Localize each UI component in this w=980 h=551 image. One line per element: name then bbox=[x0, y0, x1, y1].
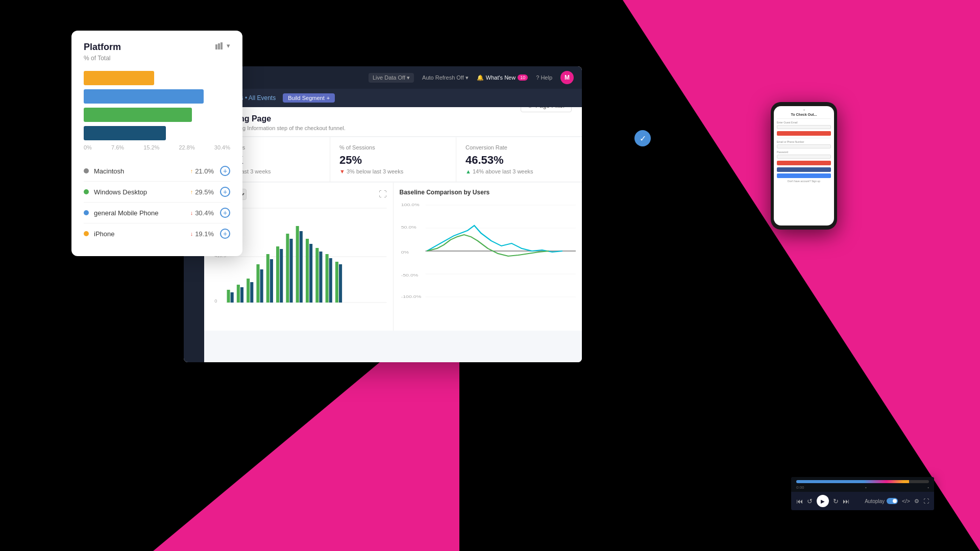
settings-icon[interactable]: ⚙ bbox=[914, 498, 919, 505]
platform-name-mobile: general Mobile Phone bbox=[94, 209, 190, 217]
code-icon[interactable]: </> bbox=[902, 498, 910, 504]
svg-rect-28 bbox=[319, 252, 322, 303]
dashboard-header: ray Default Live Data Off ▾ Auto Refresh… bbox=[184, 66, 582, 89]
rewind-icon[interactable]: ↺ bbox=[807, 497, 813, 505]
platform-item-mobile: general Mobile Phone ↓ 30.4% + bbox=[84, 203, 230, 223]
phone-google-btn[interactable] bbox=[777, 173, 831, 178]
video-player: 0:00 • • ⏮ ↺ ▶ ↻ ⏭ Autoplay </> ⚙ ⛶ bbox=[791, 477, 934, 510]
dashboard-body: ▼ 📋 ⚑ Shipping Page the Shipping Informa… bbox=[184, 107, 582, 362]
svg-rect-22 bbox=[289, 239, 292, 303]
help-btn[interactable]: ? Help bbox=[536, 74, 552, 81]
platform-item-iphone: iPhone ↓ 19.1% + bbox=[84, 223, 230, 244]
time-start: 0:00 bbox=[796, 485, 804, 490]
autoplay-toggle-btn[interactable] bbox=[887, 498, 898, 504]
bar-iphone bbox=[84, 126, 166, 140]
skip-forward-icon[interactable]: ⏭ bbox=[843, 497, 849, 505]
bg-triangle-pink bbox=[623, 0, 980, 551]
phone-password-field[interactable] bbox=[777, 155, 831, 159]
timeline-track[interactable] bbox=[796, 480, 929, 483]
svg-rect-20 bbox=[280, 249, 283, 303]
metric-conversion: Conversion Rate 46.53% ▲ 14% above last … bbox=[456, 137, 582, 182]
header-right: Live Data Off ▾ Auto Refresh Off ▾ 🔔 Wha… bbox=[369, 71, 574, 84]
platform-name-iphone: iPhone bbox=[94, 230, 190, 238]
conversion-value: 46.53% bbox=[465, 154, 573, 167]
svg-rect-19 bbox=[276, 246, 279, 303]
phone-phone-label: Email or Phone Number bbox=[777, 140, 831, 143]
user-avatar[interactable]: M bbox=[560, 71, 574, 84]
svg-text:50.0%: 50.0% bbox=[401, 224, 416, 229]
dashboard-toolbar: (UTC) ↕ All Users • All Events Build Seg… bbox=[184, 89, 582, 107]
svg-rect-15 bbox=[256, 264, 259, 303]
svg-rect-0 bbox=[215, 44, 217, 49]
skip-back-icon[interactable]: ⏮ bbox=[796, 497, 803, 505]
axis-label-3: 22.8% bbox=[179, 144, 194, 151]
svg-rect-10 bbox=[231, 292, 234, 303]
platform-pct-iphone: ↓ 19.1% bbox=[190, 230, 214, 238]
build-segment-btn[interactable]: Build Segment + bbox=[283, 93, 335, 103]
svg-text:100.0%: 100.0% bbox=[401, 202, 420, 207]
dot-mobile bbox=[84, 210, 89, 215]
forward-icon[interactable]: ↻ bbox=[833, 497, 839, 505]
svg-rect-29 bbox=[326, 254, 329, 303]
video-controls: ⏮ ↺ ▶ ↻ ⏭ Autoplay </> ⚙ ⛶ bbox=[791, 492, 934, 510]
sessions-value: 25% bbox=[339, 154, 447, 167]
conversion-change: ▲ 14% above last 3 weeks bbox=[465, 168, 573, 174]
axis-label-0: 0% bbox=[84, 144, 92, 151]
phone-continue-guest-btn[interactable] bbox=[777, 131, 831, 136]
platform-bar-chart: 0% 7.6% 15.2% 22.8% 30.4% bbox=[84, 71, 230, 151]
dot-macintosh bbox=[84, 168, 89, 173]
page-filter-btn[interactable]: ⚙ Page Filter bbox=[521, 107, 572, 112]
add-mobile-btn[interactable]: + bbox=[220, 208, 230, 218]
phone-phone-field[interactable] bbox=[777, 144, 831, 148]
platform-name-macintosh: Macintosh bbox=[94, 167, 190, 175]
add-iphone-btn[interactable]: + bbox=[220, 229, 230, 239]
phone-divider-1 bbox=[777, 118, 831, 119]
svg-rect-13 bbox=[247, 279, 250, 303]
arrow-up-macintosh: ↑ bbox=[190, 168, 193, 174]
phone-screen: To Check Out... Enter Guest Email Email … bbox=[774, 106, 834, 226]
phone-email-field[interactable] bbox=[777, 125, 831, 129]
check-badge: ✓ bbox=[634, 130, 651, 146]
svg-rect-2 bbox=[220, 42, 223, 49]
svg-rect-14 bbox=[250, 282, 253, 303]
axis-label-2: 15.2% bbox=[143, 144, 159, 151]
svg-text:-100.0%: -100.0% bbox=[401, 294, 421, 298]
svg-text:2am: 2am bbox=[452, 302, 461, 302]
play-button[interactable]: ▶ bbox=[817, 495, 829, 507]
phone-email-label: Enter Guest Email bbox=[777, 121, 831, 124]
chart-dropdown-arrow[interactable]: ▾ bbox=[227, 42, 230, 49]
svg-rect-1 bbox=[218, 43, 220, 49]
expand-icon[interactable]: ⛶ bbox=[379, 190, 387, 199]
phone-mockup: To Check Out... Enter Guest Email Email … bbox=[771, 102, 837, 230]
phone-signup-link[interactable]: Don't have account? Sign up bbox=[777, 180, 831, 183]
video-timeline: 0:00 • • bbox=[791, 477, 934, 492]
phone-password-label: Password bbox=[777, 151, 831, 154]
svg-rect-17 bbox=[266, 254, 270, 303]
filter-icon-btn: ⚙ bbox=[527, 107, 533, 109]
add-macintosh-btn[interactable]: + bbox=[220, 166, 230, 176]
fullscreen-icon[interactable]: ⛶ bbox=[923, 498, 929, 504]
svg-rect-11 bbox=[237, 285, 240, 303]
svg-rect-31 bbox=[335, 262, 338, 303]
phone-facebook-btn[interactable] bbox=[777, 167, 831, 172]
content-header: Shipping Page the Shipping Information s… bbox=[204, 107, 582, 137]
phone-divider-2 bbox=[777, 138, 831, 138]
add-windows-btn[interactable]: + bbox=[220, 187, 230, 197]
whats-new-btn[interactable]: 🔔 What's New 10 bbox=[477, 74, 528, 81]
bar-macintosh bbox=[84, 71, 154, 85]
phone-screen-title: To Check Out... bbox=[777, 113, 831, 116]
charts-area: HOUR ⛶ 821 410.5 0 bbox=[204, 183, 582, 331]
arrow-down-mobile: ↓ bbox=[190, 210, 193, 216]
platform-item-windows: Windows Desktop ↑ 29.5% + bbox=[84, 182, 230, 203]
live-data-toggle[interactable]: Live Data Off ▾ bbox=[369, 73, 414, 83]
svg-text:10am: 10am bbox=[553, 302, 565, 302]
timeline-markers: 0:00 • • bbox=[796, 485, 929, 490]
bell-icon: 🔔 bbox=[477, 74, 484, 81]
dot-iphone bbox=[84, 231, 89, 236]
chart-type-icon[interactable]: ▾ bbox=[215, 42, 230, 49]
auto-refresh-toggle[interactable]: Auto Refresh Off ▾ bbox=[422, 74, 469, 81]
svg-text:0: 0 bbox=[214, 298, 217, 304]
platform-card-header: Platform ▾ bbox=[84, 42, 230, 53]
svg-rect-32 bbox=[339, 264, 342, 303]
phone-login-btn[interactable] bbox=[777, 161, 831, 165]
